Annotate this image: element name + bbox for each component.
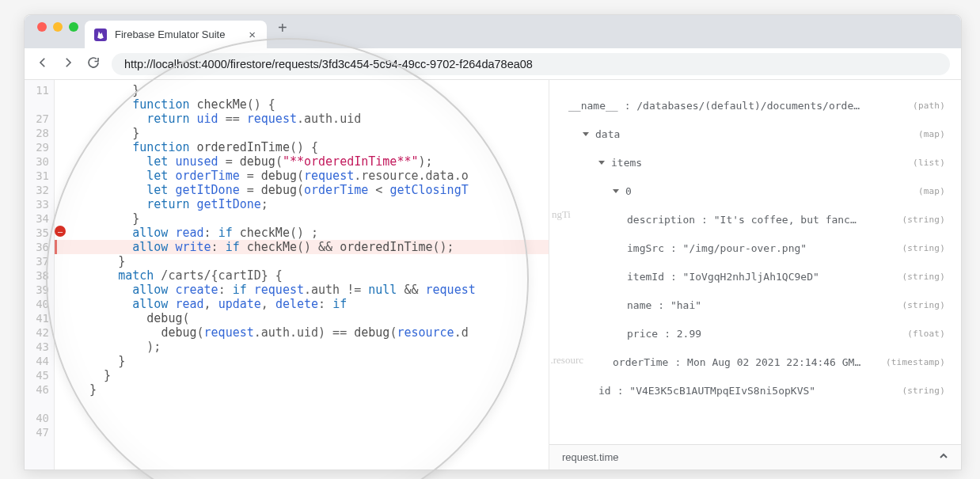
line-number: 35 (25, 226, 49, 240)
code-line: allow read: if checkMe() ; (55, 226, 549, 240)
code-line: debug(request.auth.uid) == debug(resourc… (55, 325, 549, 340)
line-number: 29 (25, 140, 49, 154)
line-number (25, 97, 49, 112)
chevron-down-icon (613, 189, 619, 193)
tab-title: Firebase Emulator Suite (115, 29, 225, 40)
window-controls (32, 22, 85, 41)
line-number (25, 397, 49, 411)
line-number: 37 (25, 254, 49, 268)
code-line: ); (55, 340, 549, 354)
line-number: 32 (25, 183, 49, 197)
content-area: 1127282930313233343536373839404142434445… (25, 80, 961, 469)
line-number: 34 (25, 211, 49, 226)
field-row: price : 2.99 (float) (568, 322, 945, 344)
code-line: } (55, 126, 549, 140)
field-row[interactable]: items (list) (568, 151, 945, 173)
line-number: 30 (25, 154, 49, 169)
chevron-up-icon (939, 451, 948, 463)
code-line: let orderTime = debug(request.resource.d… (55, 169, 549, 183)
line-number: 47 (25, 425, 49, 439)
code-line: match /carts/{cartID} { (55, 268, 549, 283)
close-tab-icon[interactable]: × (249, 28, 256, 41)
browser-toolbar: http://localhost:4000/firestore/requests… (25, 48, 961, 80)
line-number: 45 (25, 368, 49, 382)
line-number: 39 (25, 283, 49, 297)
line-number: 43 (25, 340, 49, 354)
firebase-favicon-icon (94, 29, 107, 41)
browser-window: Firebase Emulator Suite × + http://local… (24, 14, 962, 470)
code-line: allow read, update, delete: if (55, 297, 549, 311)
code-line: } (55, 368, 549, 382)
code-line: function checkMe() { (55, 97, 549, 112)
line-number: 46 (25, 382, 49, 397)
back-button[interactable] (36, 55, 50, 73)
reload-button[interactable] (86, 55, 101, 73)
field-row: orderTime : Mon Aug 02 2021 22:14:46 GM…… (568, 351, 945, 373)
line-number: 41 (25, 311, 49, 325)
code-line: function orderedInTime() { (55, 140, 549, 154)
code-line: } (55, 83, 549, 97)
maximize-window-icon[interactable] (69, 22, 78, 32)
code-line: } (55, 254, 549, 268)
field-row[interactable]: 0 (map) (568, 180, 945, 202)
code-line: return getItDone; (55, 197, 549, 211)
code-line: let getItDone = debug(orderTime < getClo… (55, 183, 549, 197)
forward-button[interactable] (61, 55, 75, 73)
request-inspector-panel: __name__ : /databases/(default)/document… (549, 80, 961, 469)
line-number: 40 (25, 411, 49, 425)
close-window-icon[interactable] (37, 22, 47, 32)
line-number: 31 (25, 169, 49, 183)
request-time-section[interactable]: request.time (549, 444, 961, 469)
line-number: 36 (25, 240, 49, 254)
address-bar[interactable]: http://localhost:4000/firestore/requests… (112, 53, 950, 75)
code-line: } (55, 382, 549, 397)
new-tab-button[interactable]: + (267, 19, 298, 45)
line-number: 40 (25, 297, 49, 311)
chevron-down-icon (598, 161, 605, 165)
code-line: allow create: if request.auth != null &&… (55, 283, 549, 297)
code-line: let unused = debug("**orderedInTime**"); (55, 154, 549, 169)
field-row: description : "It's coffee, but fanc… (s… (568, 208, 945, 230)
line-number: 38 (25, 268, 49, 283)
rules-code-pane: – } function checkMe() { return uid == r… (55, 80, 549, 469)
field-row: itemId : "IoVgqH2nhJljAh1QC9eD" (string) (568, 265, 945, 287)
line-number: 33 (25, 197, 49, 211)
line-number: 27 (25, 112, 49, 126)
line-number: 11 (25, 83, 49, 97)
request-time-label: request.time (562, 451, 619, 463)
minimize-window-icon[interactable] (53, 22, 63, 32)
field-row[interactable]: data (map) (568, 123, 945, 145)
chevron-down-icon (583, 132, 589, 136)
code-line: return uid == request.auth.uid (55, 112, 549, 126)
code-line: } (55, 211, 549, 226)
line-number: 28 (25, 126, 49, 140)
tab-strip: Firebase Emulator Suite × + (25, 15, 961, 48)
code-line: debug( (55, 311, 549, 325)
line-number: 44 (25, 354, 49, 368)
field-row: imgSrc : "/img/pour-over.png" (string) (568, 237, 945, 259)
code-line: } (55, 354, 549, 368)
line-number: 42 (25, 325, 49, 340)
code-line-highlighted: allow write: if checkMe() && orderedInTi… (55, 240, 549, 254)
field-row: name : "hai" (string) (568, 294, 945, 316)
field-row: id : "V4E3K5cB1AUTMpqEIvS8ni5opKVS" (str… (568, 379, 945, 401)
browser-tab[interactable]: Firebase Emulator Suite × (85, 21, 267, 48)
line-number-gutter: 1127282930313233343536373839404142434445… (25, 80, 55, 469)
field-row: __name__ : /databases/(default)/document… (568, 94, 945, 116)
url-text: http://localhost:4000/firestore/requests… (124, 58, 533, 70)
